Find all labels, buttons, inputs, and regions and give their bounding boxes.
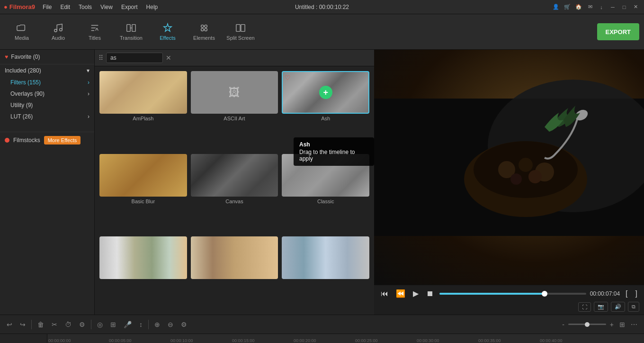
text-icon xyxy=(89,23,100,33)
pip-icon[interactable]: ⧉ xyxy=(628,302,639,312)
toolbar-separator-3 xyxy=(148,320,149,329)
titlebar-left: ● Filmora9 File Edit Tools View Export H… xyxy=(4,3,161,11)
search-input[interactable] xyxy=(106,53,163,63)
zoom-in-button[interactable]: + xyxy=(608,319,616,330)
menu-tools[interactable]: Tools xyxy=(75,3,96,11)
download-icon[interactable]: ↓ xyxy=(597,2,606,12)
clear-search-button[interactable]: ✕ xyxy=(166,54,171,62)
strip3-thumbnail xyxy=(282,236,369,279)
audio-button[interactable]: Audio xyxy=(41,17,75,47)
filmstocks-label: Filmstocks xyxy=(13,137,40,144)
utility-item[interactable]: Utility (9) xyxy=(0,99,94,111)
timeline: ⊞ 4 🔒 👁 ⊞ 3 🔒 👁 ⊞ 2 🔒 xyxy=(0,334,644,343)
effect-strip2[interactable] xyxy=(191,236,278,310)
delete-button[interactable]: 🗑 xyxy=(36,319,46,330)
ruler-spacer xyxy=(0,334,47,343)
skip-back-button[interactable]: ⏮ xyxy=(379,289,390,299)
effect-ascii-art[interactable]: 🖼 ASCII Art xyxy=(191,71,278,150)
export-button[interactable]: EXPORT xyxy=(597,23,639,40)
search-bar: ⠿ ✕ xyxy=(95,50,374,66)
time-ruler: 00:00:00:00 00:00:05:00 00:00:10:00 00:0… xyxy=(47,334,644,343)
amplash-label: AmPlash xyxy=(133,116,153,121)
favorite-section[interactable]: ♥ Favorite (0) xyxy=(0,50,94,64)
effect-ash[interactable]: ♡ + Ash xyxy=(282,71,369,150)
filters-item[interactable]: Filters (155) › xyxy=(0,77,94,88)
ruler-0: 00:00:00:00 xyxy=(48,338,71,343)
zoom-out-button[interactable]: - xyxy=(560,319,566,330)
motion-track-button[interactable]: ◎ xyxy=(95,319,105,330)
overlays-item[interactable]: Overlays (90) › xyxy=(0,88,94,99)
minus-button[interactable]: ⊖ xyxy=(166,319,175,330)
svg-point-7 xyxy=(205,28,207,31)
svg-point-0 xyxy=(54,29,57,32)
settings-button[interactable]: ⚙ xyxy=(179,319,189,330)
titles-button[interactable]: Titles xyxy=(78,17,112,47)
ash-add-icon[interactable]: + xyxy=(319,86,332,99)
redo-button[interactable]: ↪ xyxy=(18,319,27,330)
stabilize-button[interactable]: ⊞ xyxy=(108,319,118,330)
layout-button[interactable]: ⊞ xyxy=(617,319,627,330)
menu-help[interactable]: Help xyxy=(143,3,162,11)
zoom-controls: - + ⊞ ⋯ xyxy=(560,319,639,330)
menu-edit[interactable]: Edit xyxy=(56,3,74,11)
minimize-button[interactable]: ─ xyxy=(608,2,617,12)
classic-thumbnail xyxy=(282,154,369,197)
split-screen-button[interactable]: Split Screen xyxy=(224,17,258,47)
effect-amplash[interactable]: AmPlash xyxy=(99,71,187,150)
bottom-toolbar: ↩ ↪ 🗑 ✂ ⏱ ⚙ ◎ ⊞ 🎤 ↕ ⊕ ⊖ ⚙ - + ⊞ ⋯ xyxy=(0,315,644,334)
lut-label: LUT (26) xyxy=(10,113,33,120)
effect-strip1[interactable] xyxy=(99,236,187,310)
audio-detach-button[interactable]: ↕ xyxy=(137,319,144,330)
music-icon xyxy=(53,23,63,33)
effect-canvas[interactable]: Canvas xyxy=(191,154,278,233)
mail-icon[interactable]: ✉ xyxy=(585,2,595,12)
undo-button[interactable]: ↩ xyxy=(5,319,14,330)
heart-icon: ♥ xyxy=(5,54,8,60)
menu-export[interactable]: Export xyxy=(117,3,142,11)
canvas-label: Canvas xyxy=(225,199,243,204)
utility-label: Utility (9) xyxy=(10,102,33,108)
strip2-thumbnail xyxy=(191,236,278,279)
progress-bar[interactable] xyxy=(439,293,586,295)
grid-icon[interactable]: ⠿ xyxy=(98,54,103,62)
lut-item[interactable]: LUT (26) › xyxy=(0,111,94,122)
media-button[interactable]: Media xyxy=(5,17,39,47)
step-back-button[interactable]: ⏪ xyxy=(394,288,407,299)
stop-button[interactable]: ⏹ xyxy=(424,289,436,299)
effect-strip3[interactable] xyxy=(282,236,369,310)
effects-content: ⠿ ✕ AmPlash 🖼 ASCII Art ♡ + xyxy=(95,50,374,315)
effect-classic[interactable]: Classic xyxy=(282,154,369,233)
speed-button[interactable]: ⏱ xyxy=(63,319,73,330)
more-effects-button[interactable]: More Effects xyxy=(44,136,81,144)
cart-icon[interactable]: 🛒 xyxy=(563,2,572,12)
snapshot-icon[interactable]: 📷 xyxy=(594,302,608,312)
preview-panel: ⏮ ⏪ ▶ ⏹ 00:00:07:04 [ ] ⛶ 📷 🔊 ⧉ xyxy=(374,50,644,315)
filters-label: Filters (155) xyxy=(10,79,41,86)
more-button[interactable]: ⋯ xyxy=(629,319,639,330)
effects-button[interactable]: Effects xyxy=(151,17,185,47)
close-button[interactable]: ✕ xyxy=(631,2,640,12)
cut-button[interactable]: ✂ xyxy=(50,319,59,330)
user-icon[interactable]: 👤 xyxy=(551,2,561,12)
bracket-in-button[interactable]: [ xyxy=(624,289,629,299)
add-track-button[interactable]: ⊕ xyxy=(152,319,162,330)
maximize-button[interactable]: □ xyxy=(619,2,629,12)
voice-button[interactable]: 🎤 xyxy=(122,319,134,330)
transition-button[interactable]: Transition xyxy=(114,17,148,47)
volume-icon[interactable]: 🔊 xyxy=(611,302,625,312)
zoom-slider[interactable] xyxy=(568,324,606,325)
progress-fill xyxy=(439,293,545,295)
basic-blur-thumbnail xyxy=(99,154,187,197)
menu-file[interactable]: File xyxy=(39,3,55,11)
play-button[interactable]: ▶ xyxy=(411,288,420,299)
ascii-label: ASCII Art xyxy=(224,116,245,121)
menu-view[interactable]: View xyxy=(97,3,116,11)
effect-basic-blur[interactable]: Basic Blur xyxy=(99,154,187,233)
fullscreen-icon[interactable]: ⛶ xyxy=(578,302,591,312)
included-section[interactable]: Included (280) ▾ xyxy=(0,64,94,77)
color-grading-button[interactable]: ⚙ xyxy=(77,319,87,330)
home-icon[interactable]: 🏠 xyxy=(574,2,583,12)
ruler-2: 00:00:10:00 xyxy=(170,338,193,343)
bracket-out-button[interactable]: ] xyxy=(634,289,639,299)
elements-button[interactable]: Elements xyxy=(187,17,221,47)
